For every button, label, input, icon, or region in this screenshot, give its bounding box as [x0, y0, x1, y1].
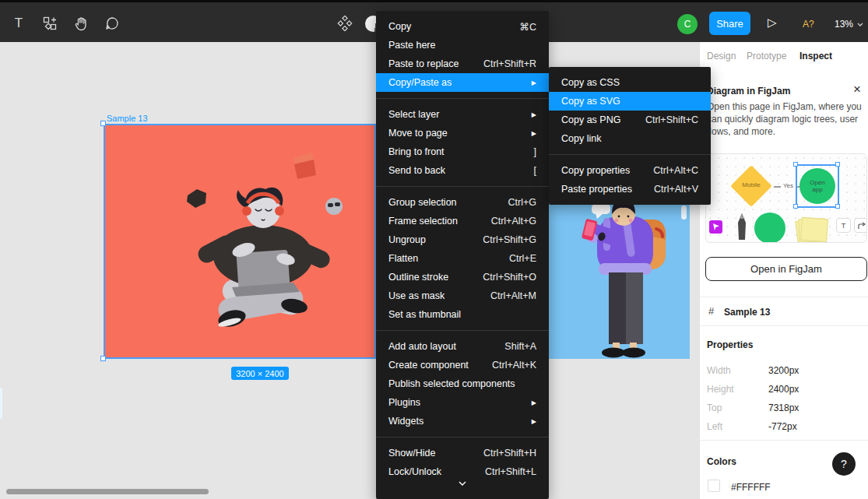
- selection-size-badge: 3200 × 2400: [231, 367, 289, 380]
- property-label: Height: [707, 384, 734, 395]
- frame-person-phone[interactable]: [549, 204, 690, 359]
- menu-item-select-layer[interactable]: Select layer ▶: [376, 105, 549, 124]
- panel-tabs: Design Prototype Inspect: [700, 42, 868, 72]
- figjam-preview-image: Mobile Yes Open app: [705, 153, 867, 243]
- inspect-panel: Design Prototype Inspect Diagram in FigJ…: [699, 42, 868, 499]
- present-play-icon[interactable]: ▷: [768, 16, 777, 30]
- menu-item-copy-properties[interactable]: Copy properties Ctrl+Alt+C: [549, 161, 711, 180]
- submenu-arrow-icon: ▶: [532, 130, 536, 137]
- figjam-connector-tool-icon: [854, 218, 867, 233]
- menu-item-paste-to-replace[interactable]: Paste to replace Ctrl+Shift+R: [376, 54, 549, 73]
- menu-item-frame-selection[interactable]: Frame selection Ctrl+Alt+G: [376, 212, 549, 230]
- canvas-vertical-scrollbar[interactable]: [681, 206, 687, 220]
- zoom-level-value: 13%: [835, 19, 853, 30]
- menu-item-send-to-back[interactable]: Send to back [: [376, 161, 549, 180]
- figjam-cursor-tool-icon: [709, 220, 722, 234]
- menu-item-copy-paste-as[interactable]: Copy/Paste as ▶: [376, 73, 549, 92]
- menu-item-widgets[interactable]: Widgets ▶: [376, 412, 549, 430]
- sticky-note-icon: [800, 217, 828, 242]
- color-hex-value: #FFFFFF: [731, 482, 771, 493]
- colors-section-title: Colors: [707, 456, 736, 467]
- property-label: Width: [707, 365, 731, 376]
- menu-item-lock-unlock[interactable]: Lock/Unlock Ctrl+Shift+L: [376, 462, 549, 481]
- menu-item-outline-stroke[interactable]: Outline stroke Ctrl+Shift+O: [376, 268, 549, 286]
- user-avatar[interactable]: C: [677, 14, 698, 34]
- selection-handle: [793, 162, 798, 167]
- divider: [700, 325, 868, 326]
- menu-item-paste-here[interactable]: Paste here: [376, 36, 549, 54]
- selected-layer-name: Sample 13: [724, 307, 770, 318]
- figjam-text-tool-icon: T: [836, 218, 851, 233]
- open-in-figjam-button[interactable]: Open in FigJam: [705, 257, 867, 281]
- text-tool-icon[interactable]: T: [3, 5, 34, 42]
- menu-item-ungroup[interactable]: Ungroup Ctrl+Shift+G: [376, 230, 549, 249]
- selection-handle: [793, 204, 798, 209]
- figma-app-window: Sample 13: [0, 0, 868, 499]
- diagram-selection-box: [796, 164, 839, 208]
- menu-item-add-auto-layout[interactable]: Add auto layout Shift+A: [376, 337, 549, 356]
- menu-item-bring-to-front[interactable]: Bring to front ]: [376, 142, 549, 161]
- menu-item-group-selection[interactable]: Group selection Ctrl+G: [376, 193, 549, 212]
- frame-icon: #: [708, 305, 714, 317]
- figjam-marker-tool-icon: [736, 213, 748, 240]
- submenu-arrow-icon: ▶: [532, 399, 536, 406]
- menu-item-flatten[interactable]: Flatten Ctrl+E: [376, 249, 549, 268]
- tab-inspect[interactable]: Inspect: [799, 51, 832, 61]
- properties-section-title: Properties: [707, 339, 753, 350]
- context-menu: Copy ⌘C Paste here Paste to replace Ctrl…: [376, 11, 549, 499]
- property-label: Top: [707, 402, 722, 413]
- zoom-level-dropdown[interactable]: 13%: [835, 19, 863, 30]
- submenu-arrow-icon: ▶: [532, 79, 536, 86]
- frame-name-label[interactable]: Sample 13: [107, 114, 148, 123]
- illustration-person-phone: [549, 204, 690, 359]
- divider: [700, 440, 868, 441]
- property-value: 3200px: [768, 365, 799, 376]
- offscreen-object-edge: [0, 388, 2, 419]
- menu-item-paste-properties[interactable]: Paste properties Ctrl+Alt+V: [549, 180, 711, 199]
- close-icon[interactable]: ×: [853, 83, 861, 96]
- menu-item-plugins[interactable]: Plugins ▶: [376, 393, 549, 412]
- illustration-person-laptop: [105, 125, 376, 359]
- property-value: 2400px: [768, 384, 799, 395]
- menu-item-copy-as-png[interactable]: Copy as PNG Ctrl+Shift+C: [549, 111, 711, 129]
- selection-handle-bottom-left[interactable]: [100, 356, 106, 361]
- menu-item-publish-selected-components[interactable]: Publish selected components: [376, 374, 549, 393]
- share-button[interactable]: Share: [709, 12, 750, 35]
- chevron-down-icon: [857, 23, 863, 26]
- comment-tool-icon[interactable]: [97, 5, 128, 42]
- submenu-arrow-icon: ▶: [532, 111, 536, 118]
- menu-item-create-component[interactable]: Create component Ctrl+Alt+K: [376, 356, 549, 374]
- copy-paste-as-submenu: Copy as CSS Copy as SVG Copy as PNG Ctrl…: [549, 67, 711, 205]
- menu-item-copy[interactable]: Copy ⌘C: [376, 17, 549, 36]
- figjam-shape-tool-icon: [754, 213, 785, 243]
- menu-item-copy-as-svg[interactable]: Copy as SVG: [549, 92, 711, 111]
- selection-handle-top-left[interactable]: [100, 121, 106, 126]
- tab-prototype[interactable]: Prototype: [747, 51, 786, 61]
- menu-item-move-to-page[interactable]: Move to page ▶: [376, 124, 549, 142]
- property-value: -772px: [768, 421, 797, 432]
- menu-item-show-hide[interactable]: Show/Hide Ctrl+Shift+H: [376, 444, 549, 462]
- selection-handle: [835, 162, 840, 167]
- canvas-horizontal-scrollbar[interactable]: [6, 489, 209, 494]
- figjam-card-title: Diagram in FigJam: [707, 86, 790, 97]
- menu-item-copy-as-css[interactable]: Copy as CSS: [549, 73, 711, 92]
- diagram-diamond-label: Mobile: [732, 181, 771, 188]
- menu-item-use-as-mask[interactable]: Use as mask Ctrl+Alt+M: [376, 286, 549, 305]
- diagram-connector-line: [774, 186, 781, 188]
- hand-tool-icon[interactable]: [65, 5, 97, 42]
- assets-component-tool-icon[interactable]: [34, 5, 65, 42]
- menu-item-copy-link[interactable]: Copy link: [549, 129, 711, 148]
- menu-scroll-more-icon[interactable]: [376, 481, 549, 495]
- resources-diamonds-icon[interactable]: [329, 5, 360, 42]
- tab-design[interactable]: Design: [707, 51, 736, 61]
- selection-handle: [835, 204, 840, 209]
- color-swatch-white[interactable]: [708, 480, 720, 492]
- font-warning-indicator[interactable]: A?: [803, 19, 814, 30]
- property-value: 7318px: [768, 402, 799, 413]
- figjam-card-description: Open this page in FigJam, where you can …: [707, 100, 863, 138]
- selected-frame-sample-13[interactable]: [104, 124, 376, 359]
- divider: [700, 297, 868, 297]
- help-button[interactable]: ?: [832, 452, 856, 476]
- menu-item-set-as-thumbnail[interactable]: Set as thumbnail: [376, 305, 549, 324]
- property-label: Left: [707, 421, 722, 432]
